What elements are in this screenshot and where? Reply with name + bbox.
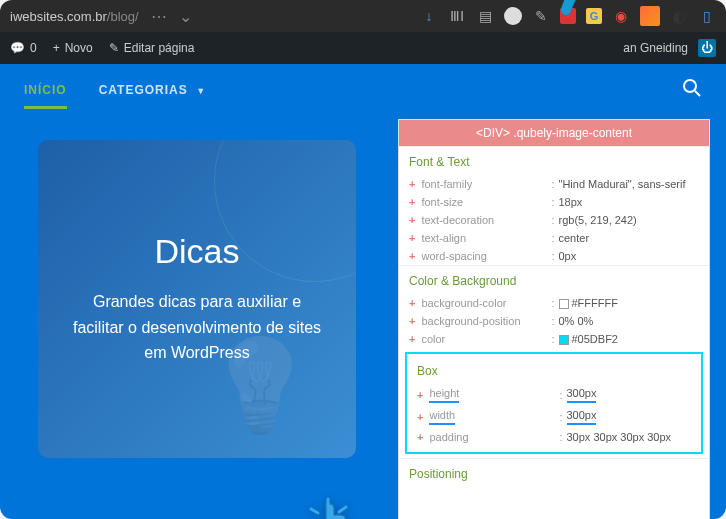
swatch-icon bbox=[559, 335, 569, 345]
edit-icon[interactable]: ✎ bbox=[532, 7, 550, 25]
prop-font-size[interactable]: +font-size:18px bbox=[399, 193, 709, 211]
comment-icon: 💬 bbox=[10, 41, 25, 55]
card-description: Grandes dicas para auxiliar e facilitar … bbox=[68, 289, 326, 366]
wp-admin-bar: 💬 0 + Novo ✎ Editar página an Gneiding ⏻ bbox=[0, 32, 726, 64]
library-icon[interactable]: ⅢⅠ bbox=[448, 7, 466, 25]
wp-new-button[interactable]: + Novo bbox=[53, 41, 93, 55]
url-display[interactable]: iwebsites.com.br/blog/ bbox=[10, 9, 139, 24]
svg-line-1 bbox=[695, 91, 700, 96]
prop-background-position[interactable]: +background-position:0% 0% bbox=[399, 312, 709, 330]
prop-color[interactable]: +color:#05DBF2 bbox=[399, 330, 709, 348]
inspector-selector[interactable]: <DIV> .qubely-image-content bbox=[399, 120, 709, 146]
tips-card[interactable]: Dicas Grandes dicas para auxiliar e faci… bbox=[38, 140, 356, 458]
wp-edit-page[interactable]: ✎ Editar página bbox=[109, 41, 195, 55]
prop-padding[interactable]: +padding:30px 30px 30px 30px bbox=[407, 428, 701, 446]
comment-count: 0 bbox=[30, 41, 37, 55]
css-inspector-panel: <DIV> .qubely-image-content Font & Text … bbox=[398, 119, 710, 519]
search-icon[interactable] bbox=[682, 78, 702, 103]
edit-label: Editar página bbox=[124, 41, 195, 55]
nav-categorias-label: CATEGORIAS bbox=[99, 83, 188, 97]
gnome-icon[interactable]: ◐ bbox=[670, 7, 688, 25]
download-icon[interactable]: ↓ bbox=[420, 7, 438, 25]
plus-icon: + bbox=[53, 41, 60, 55]
prop-text-decoration[interactable]: +text-decoration:rgb(5, 219, 242) bbox=[399, 211, 709, 229]
section-positioning[interactable]: Positioning bbox=[399, 458, 709, 487]
page-content: Dicas Grandes dicas para auxiliar e faci… bbox=[0, 116, 726, 519]
css-inspector-icon[interactable] bbox=[640, 6, 660, 26]
section-font-text[interactable]: Font & Text bbox=[399, 146, 709, 175]
box-section-highlight: Box +height:300px +width:300px +padding:… bbox=[405, 352, 703, 454]
prop-text-align[interactable]: +text-align:center bbox=[399, 229, 709, 247]
tutorial-arrow-icon bbox=[556, 0, 616, 24]
card-title: Dicas bbox=[154, 232, 239, 271]
chevron-down-icon: ▼ bbox=[196, 86, 206, 96]
site-navigation: INÍCIO CATEGORIAS ▼ bbox=[0, 64, 726, 116]
new-label: Novo bbox=[65, 41, 93, 55]
nav-inicio[interactable]: INÍCIO bbox=[24, 65, 67, 115]
prop-height[interactable]: +height:300px bbox=[407, 384, 701, 406]
swatch-icon bbox=[559, 299, 569, 309]
browser-address-bar: iwebsites.com.br/blog/ ⋯ ⌄ ↓ ⅢⅠ ▤ ✎ G ◉ … bbox=[0, 0, 726, 32]
profile-icon[interactable] bbox=[504, 7, 522, 25]
prop-word-spacing[interactable]: +word-spacing:0px bbox=[399, 247, 709, 265]
mobile-icon[interactable]: ▯ bbox=[698, 7, 716, 25]
wp-logout-icon[interactable]: ⏻ bbox=[698, 39, 716, 57]
prop-background-color[interactable]: +background-color:#FFFFFF bbox=[399, 294, 709, 312]
wp-comments[interactable]: 💬 0 bbox=[10, 41, 37, 55]
wp-username[interactable]: an Gneiding bbox=[623, 41, 688, 55]
reader-icon[interactable]: ▤ bbox=[476, 7, 494, 25]
more-icon[interactable]: ⋯ bbox=[151, 7, 167, 26]
nav-categorias[interactable]: CATEGORIAS ▼ bbox=[99, 65, 206, 115]
prop-width[interactable]: +width:300px bbox=[407, 406, 701, 428]
tutorial-cursor-icon bbox=[296, 496, 356, 519]
pocket-icon[interactable]: ⌄ bbox=[179, 7, 192, 26]
section-box[interactable]: Box bbox=[407, 356, 701, 384]
svg-point-0 bbox=[684, 80, 696, 92]
prop-font-family[interactable]: +font-family:"Hind Madurai", sans-serif bbox=[399, 175, 709, 193]
pencil-icon: ✎ bbox=[109, 41, 119, 55]
section-color-bg[interactable]: Color & Background bbox=[399, 265, 709, 294]
